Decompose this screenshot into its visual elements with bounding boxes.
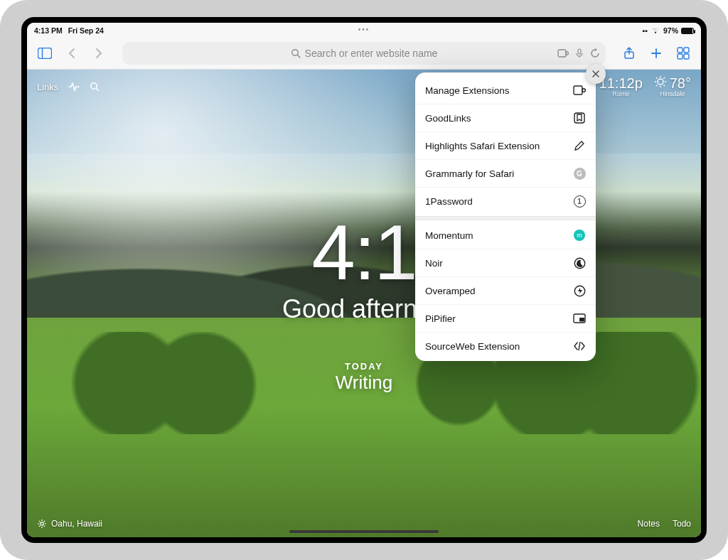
- share-button[interactable]: [619, 43, 640, 64]
- pencil-icon: [573, 139, 586, 152]
- puzzle-icon: [557, 48, 569, 58]
- address-placeholder: Search or enter website name: [305, 48, 438, 59]
- extension-item[interactable]: SourceWeb Extension: [415, 332, 596, 360]
- extension-label: Noir: [425, 258, 443, 269]
- sidebar-button[interactable]: [34, 43, 55, 64]
- extensions-popover: Manage ExtensionsGoodLinksHighlights Saf…: [415, 72, 596, 361]
- battery-percent: 97%: [663, 26, 678, 35]
- extension-item[interactable]: Momentumm: [415, 222, 596, 249]
- svg-rect-9: [684, 48, 689, 53]
- svg-rect-8: [678, 48, 682, 53]
- svg-rect-4: [558, 50, 566, 57]
- momentum-bottombar: Oahu, Hawaii Notes Todo: [27, 510, 701, 537]
- photo-location[interactable]: Oahu, Hawaii: [37, 519, 102, 529]
- extension-item[interactable]: PiPifier: [415, 304, 596, 332]
- share-icon: [623, 47, 635, 60]
- close-popover-button[interactable]: [586, 64, 606, 84]
- today-label: TODAY: [345, 361, 383, 372]
- extension-item[interactable]: GoodLinks: [415, 104, 596, 131]
- extensions-button[interactable]: [557, 48, 569, 58]
- microphone-icon: [576, 48, 583, 58]
- search-icon: [291, 48, 301, 58]
- close-icon: [592, 70, 600, 78]
- svg-point-23: [41, 522, 43, 525]
- moon-circle-icon: [573, 257, 586, 269]
- device-frame: 4:13 PM Fri Sep 24 ••• ▪▪ 97%: [0, 0, 728, 560]
- extension-label: GoodLinks: [425, 113, 471, 124]
- extension-label: Overamped: [425, 286, 476, 296]
- home-indicator[interactable]: [289, 530, 439, 533]
- extension-label: Highlights Safari Extension: [425, 141, 540, 151]
- center-clock: 4:1: [312, 213, 417, 291]
- svg-rect-11: [684, 54, 689, 59]
- svg-rect-6: [578, 49, 581, 54]
- bookmark-square-icon: [573, 112, 586, 124]
- svg-rect-0: [38, 48, 52, 58]
- extension-label: 1Password: [425, 196, 473, 207]
- today-focus[interactable]: Writing: [336, 372, 392, 394]
- cellular-icon: ▪▪: [643, 26, 648, 35]
- extension-label: Manage Extensions: [425, 85, 510, 96]
- notes-button[interactable]: Notes: [638, 519, 660, 529]
- pip-icon: [573, 312, 586, 325]
- settings-icon: [37, 519, 47, 529]
- momentum-page: Links 4d ublin 11:12p Rome: [27, 70, 701, 537]
- back-button[interactable]: [61, 43, 82, 64]
- battery-icon: [681, 28, 694, 34]
- svg-point-25: [582, 89, 586, 92]
- wifi-icon: [651, 27, 660, 34]
- m-dot-icon: m: [573, 229, 586, 242]
- address-bar[interactable]: Search or enter website name: [122, 42, 606, 65]
- svg-rect-10: [678, 54, 682, 59]
- todo-button[interactable]: Todo: [673, 519, 691, 529]
- one-circle-icon: 1: [573, 195, 586, 208]
- svg-rect-24: [574, 86, 582, 95]
- code-icon: [573, 340, 586, 352]
- extension-item[interactable]: Grammarly for SafariG: [415, 159, 596, 187]
- reload-button[interactable]: [590, 48, 600, 58]
- extension-item[interactable]: Manage Extensions: [415, 77, 596, 104]
- sidebar-icon: [38, 48, 52, 59]
- extension-item[interactable]: Highlights Safari Extension: [415, 131, 596, 159]
- forward-button[interactable]: [88, 43, 109, 64]
- svg-line-3: [297, 55, 300, 58]
- status-bar: 4:13 PM Fri Sep 24 ••• ▪▪ 97%: [27, 23, 701, 37]
- g-circle-icon: G: [573, 167, 586, 180]
- chevron-right-icon: [95, 48, 103, 59]
- plus-icon: [651, 48, 662, 59]
- svg-rect-30: [579, 318, 584, 322]
- new-tab-button[interactable]: [646, 43, 667, 64]
- screen: 4:13 PM Fri Sep 24 ••• ▪▪ 97%: [21, 17, 707, 543]
- extension-label: SourceWeb Extension: [425, 341, 520, 352]
- tabs-button[interactable]: [673, 43, 694, 64]
- extension-label: PiPifier: [425, 313, 456, 324]
- svg-point-5: [566, 52, 569, 55]
- extension-item[interactable]: Noir: [415, 249, 596, 276]
- status-time: 4:13 PM: [34, 26, 63, 35]
- voice-search-button[interactable]: [576, 48, 583, 58]
- extension-label: Grammarly for Safari: [425, 168, 514, 179]
- bolt-circle-icon: [573, 284, 586, 297]
- tabs-grid-icon: [677, 47, 690, 60]
- multitask-dots-icon[interactable]: •••: [358, 26, 370, 33]
- puzzle-icon: [573, 84, 586, 97]
- chevron-left-icon: [68, 48, 76, 59]
- status-date: Fri Sep 24: [68, 26, 104, 35]
- extension-label: Momentum: [425, 230, 473, 241]
- extension-item[interactable]: 1Password1: [415, 187, 596, 215]
- reload-icon: [590, 48, 600, 58]
- extension-item[interactable]: Overamped: [415, 276, 596, 304]
